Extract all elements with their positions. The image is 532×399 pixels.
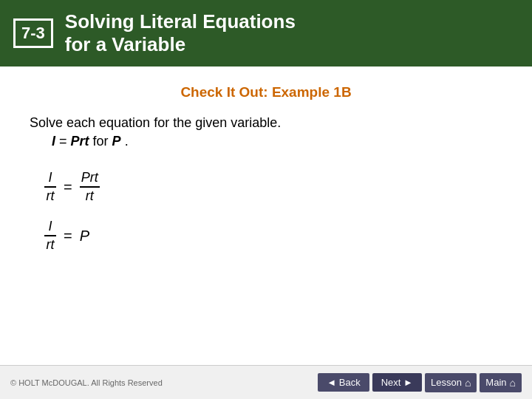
title-line2: for a Variable [65,33,185,55]
intro-prt: Prt [71,134,89,149]
lesson-button[interactable]: Lesson ⌂ [425,373,477,392]
main-button[interactable]: Main ⌂ [480,373,522,392]
denominator-2: rt [44,236,56,253]
fraction-lhs-1: I rt [44,170,56,204]
math-steps: I rt = Prt rt I rt = P [30,170,502,253]
main-label: Main [485,377,506,388]
intro-for: for [93,134,112,149]
math-step-2: I rt = P [44,219,502,253]
math-step-1: I rt = Prt rt [44,170,502,204]
rhs-numerator-1: Prt [80,170,100,188]
lesson-label: Lesson [431,377,462,388]
copyright-text: © HOLT McDOUGAL. All Rights Reserved [10,378,163,387]
footer-nav-buttons: ◄ Back Next ► Lesson ⌂ Main ⌂ [318,373,522,392]
numerator-2: I [44,219,56,236]
back-button[interactable]: ◄ Back [318,373,369,392]
main-home-icon: ⌂ [510,377,516,389]
rhs-denominator-1: rt [83,188,95,204]
intro-period: . [125,134,129,149]
lesson-home-icon: ⌂ [465,377,471,389]
fraction-lhs-2: I rt [44,219,56,253]
rhs-1: Prt rt [80,170,100,204]
denominator-1: rt [44,188,56,204]
footer: © HOLT McDOUGAL. All Rights Reserved ◄ B… [0,365,532,399]
intro-eq-sign: = [59,134,71,149]
intro-p: P [112,134,121,149]
numerator-1: I [44,170,56,188]
rhs-var-2: P [80,228,89,245]
title-line1: Solving Literal Equations [65,10,296,33]
equals-2: = [64,228,72,245]
next-button[interactable]: Next ► [372,373,422,392]
header: 7-3 Solving Literal Equations for a Vari… [0,0,532,66]
section-title: Check It Out: Example 1B [30,84,502,100]
lesson-badge: 7-3 [13,18,53,48]
intro-i: I [52,134,55,149]
intro-line1: Solve each equation for the given variab… [30,115,502,131]
intro-equation: I = Prt for P . [30,134,502,149]
main-content: Check It Out: Example 1B Solve each equa… [0,66,532,319]
header-title: Solving Literal Equations for a Variable [65,10,296,56]
fraction-rhs-1: Prt rt [80,170,100,204]
equals-1: = [64,179,72,196]
